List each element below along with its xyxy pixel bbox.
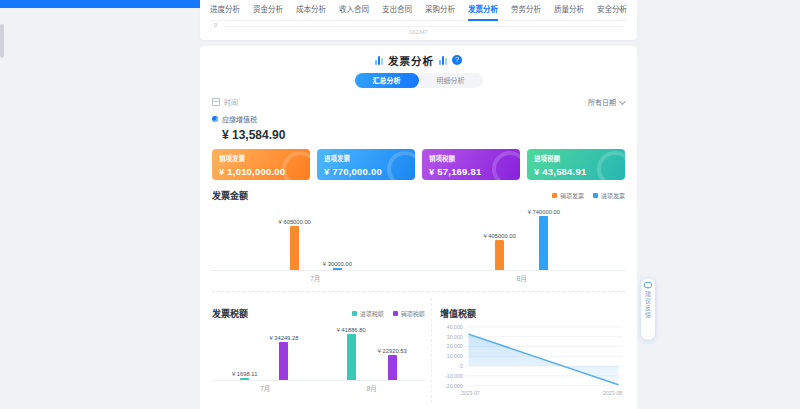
card-value: ¥ 1,010,000.00 [219, 166, 303, 177]
toggle-summary-analysis[interactable]: 汇总分析 [355, 73, 419, 88]
svg-text:2023-07: 2023-07 [461, 390, 480, 396]
bar-销项发票-7月[interactable] [290, 226, 299, 270]
vat-line-chart: 40,00030,00020,00010,0000-10,000-20,0002… [440, 319, 625, 403]
bar-value-label: ¥ 30000.00 [323, 261, 352, 267]
invoice-analysis-panel: 进度分析资金分析成本分析收入合同支出合同采购分析发票分析劳务分析质量分析安全分析… [200, 0, 637, 409]
date-range-dropdown[interactable]: 所有日期 [588, 97, 625, 107]
card-value: ¥ 57,169.81 [429, 166, 513, 177]
previous-chart-remnant: 0 162347 [210, 21, 627, 39]
bar-进项税额-8月[interactable] [347, 334, 356, 380]
svg-text:10,000: 10,000 [447, 353, 463, 359]
bar-value-label: ¥ 740000.00 [528, 209, 560, 215]
summary-card-销项发票[interactable]: 销项发票¥ 1,010,000.00 [212, 149, 310, 180]
invoice-analysis-card: 发票分析 ? 汇总分析 明细分析 时间 所有日期 [200, 46, 637, 409]
tab-收入合同[interactable]: 收入合同 [339, 0, 369, 21]
section-header: 发票分析 ? [212, 52, 625, 68]
invoice-tax-legend: 进项税额销项税额 [352, 309, 425, 318]
tab-发票分析[interactable]: 发票分析 [468, 0, 498, 21]
kpi-vat-payable: 应缴增值税 ¥ 13,584.90 [212, 114, 625, 142]
bar-进项税额-7月[interactable] [240, 378, 249, 380]
page-title: 发票分析 [388, 53, 434, 68]
svg-text:-20,000: -20,000 [445, 383, 463, 389]
svg-text:2023-08: 2023-08 [603, 390, 622, 396]
chart-title: 发票金额 [212, 189, 248, 202]
kpi-label: 应缴增值税 [222, 114, 257, 124]
tab-资金分析[interactable]: 资金分析 [253, 0, 283, 21]
x-axis-label: 8月 [419, 271, 626, 283]
help-icon[interactable]: ? [452, 55, 462, 65]
tab-采购分析[interactable]: 采购分析 [425, 0, 455, 21]
vat-amount-section: 增值税额 40,00030,00020,00010,0000-10,000-20… [431, 298, 625, 403]
view-toggle: 汇总分析 明细分析 [212, 73, 625, 88]
tab-劳务分析[interactable]: 劳务分析 [511, 0, 541, 21]
invoice-amount-header: 发票金额 销项发票进项发票 [212, 189, 625, 201]
bar-进项发票-7月[interactable] [333, 268, 342, 270]
bar-value-label: ¥ 34249.28 [269, 335, 298, 341]
card-label: 进项税额 [534, 153, 618, 163]
remnant-x-label: 162347 [210, 29, 627, 35]
bar-value-label: ¥ 1698.11 [232, 371, 257, 377]
card-label: 进项发票 [324, 153, 408, 163]
tab-支出合同[interactable]: 支出合同 [382, 0, 412, 21]
bar-chart-icon [439, 56, 447, 65]
axis-zero-label: 0 [214, 22, 217, 28]
summary-card-进项税额[interactable]: 进项税额¥ 43,584.91 [527, 149, 625, 180]
invoice-tax-section: 发票税额 进项税额销项税额 ¥ 1698.11¥ 34249.28¥ 41886… [212, 298, 431, 403]
chart-title: 发票税额 [212, 307, 248, 320]
bar-value-label: ¥ 405000.00 [484, 233, 516, 239]
bar-value-label: ¥ 41886.80 [337, 327, 366, 333]
screen: 进度分析资金分析成本分析收入合同支出合同采购分析发票分析劳务分析质量分析安全分析… [0, 0, 800, 409]
card-value: ¥ 770,000.00 [324, 166, 408, 177]
top-blue-bar [0, 0, 200, 8]
feedback-widget[interactable]: 建议反馈 [640, 277, 656, 341]
bar-value-label: ¥ 605000.00 [279, 219, 311, 225]
chart-title: 增值税额 [440, 307, 476, 320]
scrollbar[interactable] [0, 24, 4, 58]
analysis-tabs: 进度分析资金分析成本分析收入合同支出合同采购分析发票分析劳务分析质量分析安全分析 [210, 0, 627, 21]
svg-text:0: 0 [460, 363, 463, 369]
bar-value-label: ¥ 22920.53 [378, 348, 407, 354]
bar-销项税额-7月[interactable] [279, 342, 288, 380]
summary-cards-row: 销项发票¥ 1,010,000.00进项发票¥ 770,000.00销项税额¥ … [212, 149, 625, 180]
tab-进度分析[interactable]: 进度分析 [210, 0, 240, 21]
chevron-down-icon[interactable] [619, 6, 629, 16]
summary-card-进项发票[interactable]: 进项发票¥ 770,000.00 [317, 149, 415, 180]
x-axis-label: 7月 [212, 381, 318, 393]
feedback-label: 建议反馈 [644, 291, 653, 319]
svg-text:30,000: 30,000 [447, 334, 463, 340]
card-value: ¥ 43,584.91 [534, 166, 618, 177]
card-label: 销项税额 [429, 153, 513, 163]
kpi-value: ¥ 13,584.90 [222, 128, 625, 142]
dashed-divider [212, 291, 625, 292]
x-axis-label: 7月 [212, 271, 419, 283]
legend-item-销项发票[interactable]: 销项发票 [552, 191, 584, 200]
analysis-tab-card: 进度分析资金分析成本分析收入合同支出合同采购分析发票分析劳务分析质量分析安全分析… [200, 0, 637, 40]
tab-质量分析[interactable]: 质量分析 [554, 0, 584, 21]
legend-item-销项税额[interactable]: 销项税额 [393, 309, 425, 318]
chat-bubble-icon [644, 282, 652, 288]
time-filter-label: 时间 [212, 97, 238, 107]
invoice-tax-chart: ¥ 1698.11¥ 34249.28¥ 41886.80¥ 22920.53 … [212, 323, 425, 393]
toggle-detail-analysis[interactable]: 明细分析 [419, 73, 483, 88]
legend-item-进项税额[interactable]: 进项税额 [352, 309, 384, 318]
bar-销项税额-8月[interactable] [388, 355, 397, 380]
bar-chart-icon [375, 56, 383, 65]
bottom-charts-row: 发票税额 进项税额销项税额 ¥ 1698.11¥ 34249.28¥ 41886… [212, 298, 625, 403]
svg-text:-10,000: -10,000 [445, 373, 463, 379]
x-axis-label: 8月 [318, 381, 424, 393]
svg-text:20,000: 20,000 [447, 343, 463, 349]
bar-销项发票-8月[interactable] [495, 240, 504, 270]
date-range-value: 所有日期 [588, 97, 616, 107]
summary-card-销项税额[interactable]: 销项税额¥ 57,169.81 [422, 149, 520, 180]
card-label: 销项发票 [219, 153, 303, 163]
invoice-amount-legend: 销项发票进项发票 [552, 191, 625, 200]
chevron-down-icon [619, 98, 626, 105]
kpi-dot-icon [212, 116, 218, 122]
legend-item-进项发票[interactable]: 进项发票 [593, 191, 625, 200]
axis-line [224, 26, 623, 27]
svg-text:40,000: 40,000 [447, 324, 463, 330]
calendar-icon [212, 98, 220, 106]
bar-进项发票-8月[interactable] [539, 216, 548, 270]
tab-成本分析[interactable]: 成本分析 [296, 0, 326, 21]
filter-row: 时间 所有日期 [212, 95, 625, 108]
